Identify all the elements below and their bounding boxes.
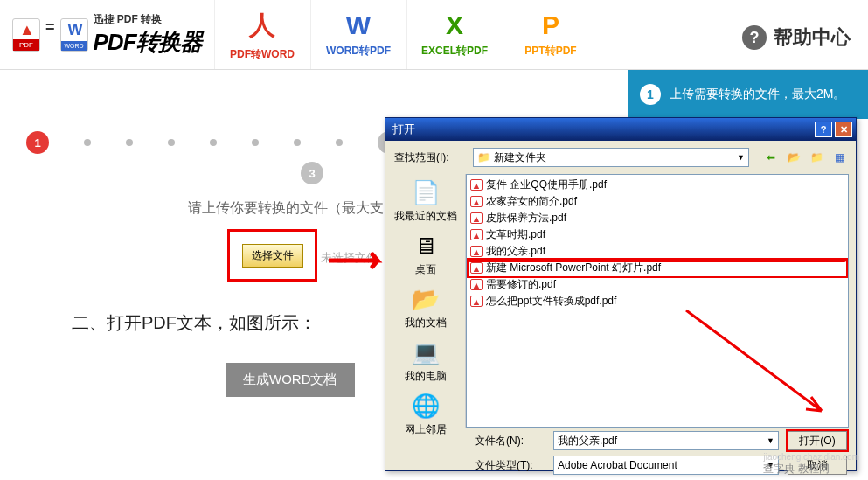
folder-select[interactable]: 📁 新建文件夹 ▼ bbox=[473, 148, 749, 167]
file-row[interactable]: ▲需要修订的.pdf bbox=[469, 276, 846, 293]
step-1: 1 上传需要转换的文件，最大2M。 bbox=[628, 79, 868, 110]
mydocs-icon: 📂 bbox=[411, 284, 441, 314]
file-list[interactable]: ▲复件 企业QQ使用手册.pdf ▲农家弃女的简介.pdf ▲皮肤保养方法.pd… bbox=[466, 174, 849, 428]
place-mydocs[interactable]: 📂 我的文档 bbox=[405, 284, 447, 330]
file-name: 我的父亲.pdf bbox=[486, 244, 545, 259]
pdf-file-icon: ▲ bbox=[470, 179, 483, 191]
filename-value: 我的父亲.pdf bbox=[558, 434, 617, 449]
view-icon[interactable]: ▦ bbox=[831, 150, 847, 165]
chevron-down-icon: ▼ bbox=[767, 436, 774, 445]
dialog-close-button[interactable]: ✕ bbox=[835, 122, 852, 137]
place-label: 网上邻居 bbox=[405, 422, 447, 437]
tab-word-to-pdf[interactable]: W WORD转PDF bbox=[310, 0, 406, 69]
filename-label: 文件名(N): bbox=[475, 434, 545, 449]
dot bbox=[336, 139, 343, 146]
filetype-select[interactable]: Adobe Acrobat Document▼ bbox=[553, 456, 779, 475]
chevron-down-icon: ▼ bbox=[737, 153, 745, 162]
place-label: 桌面 bbox=[415, 262, 436, 277]
dot bbox=[126, 139, 133, 146]
pdf-badge-icon bbox=[12, 18, 40, 52]
open-button[interactable]: 打开(O) bbox=[788, 431, 847, 450]
file-name: 文革时期.pdf bbox=[486, 227, 545, 242]
logo-title: PDF转换器 bbox=[94, 27, 202, 58]
excel-icon: X bbox=[446, 10, 463, 40]
lookup-bar: 查找范围(I): 📁 新建文件夹 ▼ ⬅ 📂 📁 ▦ bbox=[385, 141, 856, 174]
folder-name: 新建文件夹 bbox=[494, 150, 546, 165]
file-row[interactable]: ▲皮肤保养方法.pdf bbox=[469, 210, 846, 226]
pdf-file-icon: ▲ bbox=[470, 246, 483, 257]
dialog-help-button[interactable]: ? bbox=[815, 122, 832, 137]
generate-word-button[interactable]: 生成WORD文档 bbox=[226, 363, 355, 397]
file-row[interactable]: ▲文革时期.pdf bbox=[469, 226, 846, 243]
place-label: 我的文档 bbox=[405, 316, 447, 330]
file-name: 新建 Microsoft PowerPoint 幻灯片.pdf bbox=[486, 261, 661, 275]
file-row[interactable]: ▲农家弃女的简介.pdf bbox=[469, 193, 846, 210]
place-mycomputer[interactable]: 💻 我的电脑 bbox=[405, 337, 447, 384]
tabs: 人 PDF转WORD W WORD转PDF X EXCEL转PDF P PPT转… bbox=[214, 0, 599, 69]
instruction-text: 二、打开PDF文本，如图所示： bbox=[72, 311, 316, 335]
places-bar: 📄 我最近的文档 🖥 桌面 📂 我的文档 💻 我的电脑 🌐 网上邻居 bbox=[385, 174, 466, 428]
tab-label: PDF转WORD bbox=[230, 47, 295, 62]
place-label: 我最近的文档 bbox=[394, 209, 457, 224]
header: = 迅捷 PDF 转换 PDF转换器 人 PDF转WORD W WORD转PDF… bbox=[0, 0, 868, 70]
folder-icon: 📁 bbox=[477, 151, 490, 163]
computer-icon: 💻 bbox=[411, 337, 441, 367]
filename-input[interactable]: 我的父亲.pdf▼ bbox=[553, 431, 779, 450]
help-icon: ? bbox=[742, 25, 767, 50]
watermark-url: jiaocheng.chazidian.com bbox=[763, 452, 859, 462]
logo-subtitle: 迅捷 PDF 转换 bbox=[94, 12, 202, 27]
help-label: 帮助中心 bbox=[774, 24, 851, 51]
file-row[interactable]: ▲复件 企业QQ使用手册.pdf bbox=[469, 177, 846, 193]
file-row[interactable]: ▲怎么把ppt文件转换成pdf.pdf bbox=[469, 293, 846, 310]
tab-pdf-to-word[interactable]: 人 PDF转WORD bbox=[214, 0, 310, 69]
place-network[interactable]: 🌐 网上邻居 bbox=[405, 391, 447, 437]
watermark: jiaocheng.chazidian.com 查字典 教程网 bbox=[763, 452, 859, 477]
help-center[interactable]: ? 帮助中心 bbox=[742, 24, 851, 51]
filetype-value: Adobe Acrobat Document bbox=[558, 459, 677, 471]
place-label: 我的电脑 bbox=[405, 369, 447, 384]
choose-file-highlight: 选择文件 bbox=[227, 229, 317, 282]
network-icon: 🌐 bbox=[411, 391, 441, 421]
tab-ppt-to-pdf[interactable]: P PPT转PDF bbox=[503, 0, 599, 69]
dot bbox=[168, 139, 175, 146]
dot-3[interactable]: 3 bbox=[301, 162, 323, 184]
file-name: 复件 企业QQ使用手册.pdf bbox=[486, 177, 607, 192]
annotation-arrow-icon bbox=[329, 252, 386, 269]
desktop-icon: 🖥 bbox=[411, 231, 441, 261]
word-icon: W bbox=[346, 10, 371, 40]
place-desktop[interactable]: 🖥 桌面 bbox=[411, 231, 441, 277]
file-row-selected[interactable]: ▲我的父亲.pdf bbox=[469, 243, 846, 260]
step-num-icon: 1 bbox=[640, 84, 661, 105]
dot-1[interactable]: 1 bbox=[26, 131, 49, 154]
recent-docs-icon: 📄 bbox=[411, 177, 441, 207]
pdf-file-icon: ▲ bbox=[470, 212, 483, 224]
pdf-file-icon: ▲ bbox=[470, 279, 483, 290]
up-icon[interactable]: 📂 bbox=[786, 150, 802, 165]
dot bbox=[84, 139, 91, 146]
logo: = 迅捷 PDF 转换 PDF转换器 bbox=[0, 12, 214, 58]
upload-hint: 请上传你要转换的文件（最大支 bbox=[188, 199, 384, 218]
new-folder-icon[interactable]: 📁 bbox=[809, 150, 824, 165]
file-name: 农家弃女的简介.pdf bbox=[486, 194, 577, 209]
dialog-title: 打开 bbox=[392, 122, 415, 137]
pdf-file-icon: ▲ bbox=[470, 296, 483, 307]
tab-excel-to-pdf[interactable]: X EXCEL转PDF bbox=[406, 0, 503, 69]
file-open-dialog: 打开 ? ✕ 查找范围(I): 📁 新建文件夹 ▼ ⬅ 📂 📁 ▦ 📄 我最近的… bbox=[385, 117, 857, 471]
choose-file-button[interactable]: 选择文件 bbox=[242, 244, 303, 268]
dot bbox=[252, 139, 259, 146]
file-name: 怎么把ppt文件转换成pdf.pdf bbox=[486, 294, 616, 309]
word-badge-icon bbox=[60, 18, 88, 52]
filetype-label: 文件类型(T): bbox=[475, 458, 545, 473]
watermark-text: 查字典 教程网 bbox=[763, 463, 829, 475]
dot bbox=[210, 139, 217, 146]
place-recent[interactable]: 📄 我最近的文档 bbox=[394, 177, 457, 224]
dot bbox=[294, 139, 301, 146]
step-text: 上传需要转换的文件，最大2M。 bbox=[670, 87, 845, 102]
ppt-icon: P bbox=[542, 10, 559, 40]
dialog-titlebar[interactable]: 打开 ? ✕ bbox=[385, 118, 856, 141]
pdf-file-icon: ▲ bbox=[470, 229, 483, 240]
tab-label: WORD转PDF bbox=[326, 44, 391, 59]
tab-label: PPT转PDF bbox=[524, 44, 576, 59]
annotation-underline bbox=[469, 258, 846, 262]
back-icon[interactable]: ⬅ bbox=[763, 150, 779, 165]
